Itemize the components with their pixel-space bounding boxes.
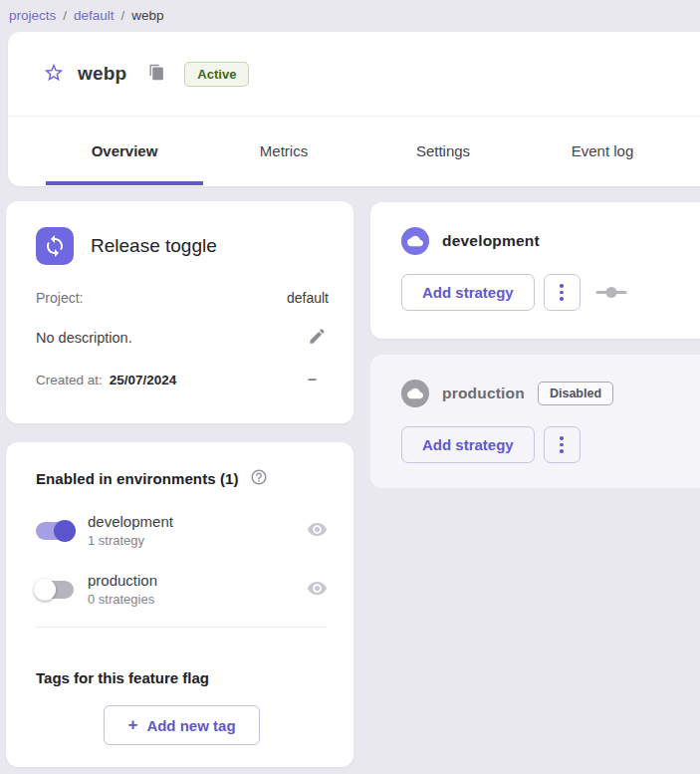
eye-icon [307, 519, 328, 543]
flag-type-row: Release toggle [36, 227, 329, 265]
environment-row-production: production 0 strategies [36, 572, 328, 607]
cloud-icon [401, 380, 429, 407]
flag-details-card: Release toggle Project: default No descr… [6, 201, 353, 423]
plus-icon: + [127, 715, 137, 735]
add-strategy-button-development[interactable]: Add strategy [401, 274, 535, 311]
favorite-button[interactable] [42, 62, 66, 86]
cloud-icon [401, 227, 429, 255]
disabled-badge: Disabled [538, 382, 613, 405]
eye-icon [307, 578, 328, 602]
created-row: Created at: 25/07/2024 – [36, 371, 329, 388]
breadcrumb: projects/default/webp [0, 0, 700, 30]
copy-icon [148, 64, 165, 84]
enabled-environments-section: Enabled in environments (1) development … [6, 442, 353, 647]
kebab-icon [560, 436, 564, 453]
section-divider [36, 627, 328, 628]
breadcrumb-link-projects[interactable]: projects [9, 8, 56, 23]
status-badge: Active [184, 62, 249, 87]
add-strategy-button-production[interactable]: Add strategy [401, 426, 535, 463]
production-toggle[interactable] [36, 581, 74, 599]
environment-panel-title: production [442, 385, 525, 402]
environment-menu-button-development[interactable] [544, 274, 581, 311]
preview-production-button[interactable] [307, 578, 328, 602]
help-button[interactable] [250, 468, 268, 489]
page-title: webp [78, 63, 126, 85]
collapse-button[interactable]: – [308, 371, 317, 388]
copy-name-button[interactable] [145, 63, 167, 85]
environment-strategy-count: 0 strategies [88, 592, 157, 607]
project-row: Project: default [36, 290, 329, 306]
development-environment-panel: development Add strategy [370, 202, 700, 339]
help-icon [250, 468, 268, 489]
breadcrumb-separator: / [121, 8, 125, 23]
add-new-tag-button[interactable]: + Add new tag [104, 705, 259, 745]
project-value: default [287, 290, 329, 306]
tab-bar: Overview Metrics Settings Event log [8, 117, 700, 185]
environment-panel-title: development [442, 232, 540, 250]
description-text: No description. [36, 330, 132, 346]
flag-header: webp Active [8, 32, 700, 117]
tab-overview[interactable]: Overview [45, 117, 204, 185]
environment-menu-button-production[interactable] [544, 426, 581, 463]
kebab-icon [560, 284, 564, 301]
preview-development-button[interactable] [307, 519, 328, 543]
flag-type-label: Release toggle [91, 235, 217, 257]
environments-card: Enabled in environments (1) development … [6, 442, 353, 767]
star-icon [43, 62, 65, 87]
edit-description-button[interactable] [306, 325, 329, 351]
tab-settings[interactable]: Settings [363, 117, 523, 185]
breadcrumb-current: webp [131, 8, 163, 23]
tab-metrics[interactable]: Metrics [204, 117, 363, 185]
toggle-knob [34, 579, 56, 601]
add-new-tag-label: Add new tag [146, 717, 235, 734]
tags-section: Tags for this feature flag + Add new tag [6, 647, 353, 745]
project-label: Project: [36, 290, 83, 306]
created-value: 25/07/2024 [110, 373, 177, 387]
development-toggle[interactable] [36, 522, 74, 540]
environment-name: development [88, 513, 173, 530]
breadcrumb-separator: / [63, 8, 67, 23]
release-toggle-icon [36, 227, 74, 265]
environment-name: production [88, 572, 157, 589]
breadcrumb-link-default[interactable]: default [74, 8, 115, 23]
tab-event-log[interactable]: Event log [523, 117, 682, 185]
description-row: No description. [36, 325, 329, 351]
created-label: Created at: [36, 373, 103, 387]
tags-title: Tags for this feature flag [36, 669, 328, 686]
environment-strategy-count: 1 strategy [88, 533, 173, 548]
environments-title: Enabled in environments (1) [36, 470, 239, 487]
pencil-icon [308, 327, 327, 349]
strategy-connector-icon [595, 286, 627, 299]
environment-row-development: development 1 strategy [36, 513, 328, 548]
flag-header-card: webp Active Overview Metrics Settings Ev… [8, 32, 700, 186]
toggle-knob [54, 520, 76, 542]
production-environment-panel: production Disabled Add strategy [370, 355, 700, 488]
